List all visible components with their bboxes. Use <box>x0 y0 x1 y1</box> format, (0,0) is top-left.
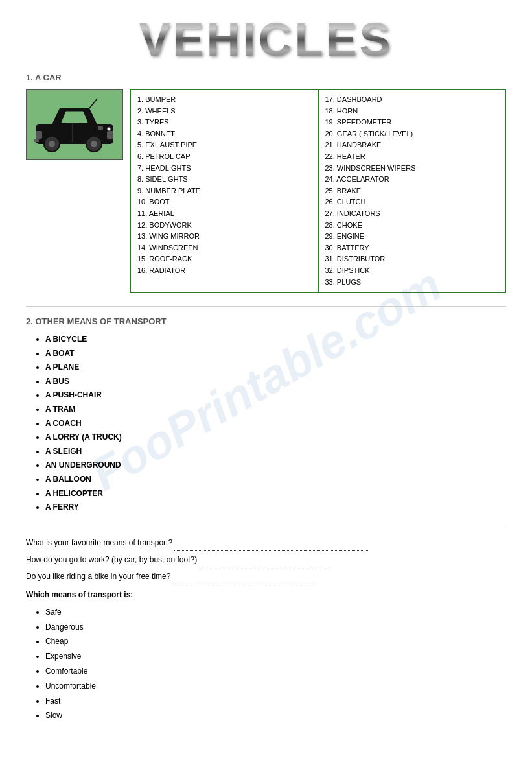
transport-item: A BUS <box>45 375 506 389</box>
part-item: 6. PETROL CAP <box>137 151 311 163</box>
transport-item: A TRAM <box>45 403 506 417</box>
which-item: Comfortable <box>45 664 506 679</box>
transport-item: A COACH <box>45 417 506 431</box>
transport-item: A BICYCLE <box>45 333 506 347</box>
part-item: 9. NUMBER PLATE <box>137 185 311 197</box>
part-item: 22. HEATER <box>325 151 499 163</box>
part-item: 33. PLUGS <box>325 277 499 289</box>
part-item: 17. DASHBOARD <box>325 94 499 106</box>
transport-list: A BICYCLEA BOATA PLANEA BUS A PUSH-CHAIR… <box>26 333 506 515</box>
transport-item: A SLEIGH <box>45 445 506 459</box>
transport-item: A PLANE <box>45 361 506 375</box>
which-list: SafeDangerousCheapExpensiveComfortableUn… <box>26 605 506 723</box>
part-item: 28. CHOKE <box>325 220 499 231</box>
question-2: How do you go to work? (by car, by bus, … <box>26 552 506 567</box>
parts-box-left: 1. BUMPER2. WHEELS3. TYRES4. BONNET5. EX… <box>130 89 318 293</box>
part-item: 21. HANDBRAKE <box>325 139 499 151</box>
which-item: Expensive <box>45 649 506 664</box>
transport-item: A BOAT <box>45 347 506 361</box>
part-item: 5. EXHAUST PIPE <box>137 139 311 151</box>
car-image <box>26 89 123 160</box>
svg-point-2 <box>49 141 55 147</box>
part-item: 26. CLUTCH <box>325 196 499 208</box>
part-item: 30. BATTERY <box>325 243 499 254</box>
transport-item: A LORRY (A TRUCK) <box>45 431 506 445</box>
svg-rect-11 <box>34 139 39 142</box>
which-item: Safe <box>45 605 506 620</box>
transport-item: A BALLOON <box>45 473 506 487</box>
part-item: 11. AERIAL <box>137 208 311 220</box>
part-item: 18. HORN <box>325 106 499 117</box>
which-item: Dangerous <box>45 620 506 635</box>
part-item: 29. ENGINE <box>325 231 499 243</box>
section1-title: 1. A CAR <box>26 73 506 82</box>
question-3: Do you like riding a bike in your free t… <box>26 569 506 584</box>
part-item: 24. ACCELARATOR <box>325 174 499 185</box>
part-item: 19. SPEEDOMETER <box>325 117 499 128</box>
part-item: 31. DISTRIBUTOR <box>325 254 499 265</box>
transport-item: A PUSH-CHAIR <box>45 388 506 403</box>
part-item: 32. DIPSTICK <box>325 265 499 277</box>
part-item: 3. TYRES <box>137 117 311 128</box>
parts-box-right: 17. DASHBOARD18. HORN19. SPEEDOMETER20. … <box>318 89 507 293</box>
parts-tables: 1. BUMPER2. WHEELS3. TYRES4. BONNET5. EX… <box>130 89 506 293</box>
part-item: 23. WINDSCREEN WIPERS <box>325 163 499 174</box>
part-item: 10. BOOT <box>137 196 311 208</box>
transport-item: A HELICOPTER <box>45 487 506 501</box>
svg-rect-7 <box>36 131 42 139</box>
part-item: 14. WINDSCREEN <box>137 243 311 254</box>
questions-section: What is your favourite means of transpor… <box>26 535 506 723</box>
part-item: 4. BONNET <box>137 128 311 140</box>
transport-section: 2. OTHER MEANS OF TRANSPORT A BICYCLEA B… <box>26 316 506 515</box>
part-item: 8. SIDELIGHTS <box>137 174 311 185</box>
car-section: 1. BUMPER2. WHEELS3. TYRES4. BONNET5. EX… <box>26 89 506 293</box>
svg-rect-10 <box>98 126 103 130</box>
which-intro: Which means of transport is: <box>26 587 506 602</box>
part-item: 1. BUMPER <box>137 94 311 106</box>
part-item: 16. RADIATOR <box>137 265 311 277</box>
part-item: 27. INDICATORS <box>325 208 499 220</box>
svg-point-4 <box>91 141 97 147</box>
which-item: Cheap <box>45 634 506 649</box>
transport-item: A FERRY <box>45 501 506 515</box>
part-item: 15. ROOF-RACK <box>137 254 311 265</box>
which-item: Uncomfortable <box>45 679 506 694</box>
page-title: VEHICLES <box>26 13 506 66</box>
which-item: Fast <box>45 694 506 709</box>
part-item: 2. WHEELS <box>137 106 311 117</box>
part-item: 13. WING MIRROR <box>137 231 311 243</box>
which-item: Slow <box>45 708 506 723</box>
part-item: 12. BODYWORK <box>137 220 311 231</box>
part-item: 20. GEAR ( STICK/ LEVEL) <box>325 128 499 140</box>
svg-rect-5 <box>107 131 113 139</box>
svg-point-6 <box>107 127 111 131</box>
part-item: 25. BRAKE <box>325 185 499 197</box>
part-item: 7. HEADLIGHTS <box>137 163 311 174</box>
section2-title: 2. OTHER MEANS OF TRANSPORT <box>26 316 506 326</box>
transport-item: AN UNDERGROUND <box>45 458 506 473</box>
question-1: What is your favourite means of transpor… <box>26 535 506 551</box>
svg-line-8 <box>89 99 97 108</box>
